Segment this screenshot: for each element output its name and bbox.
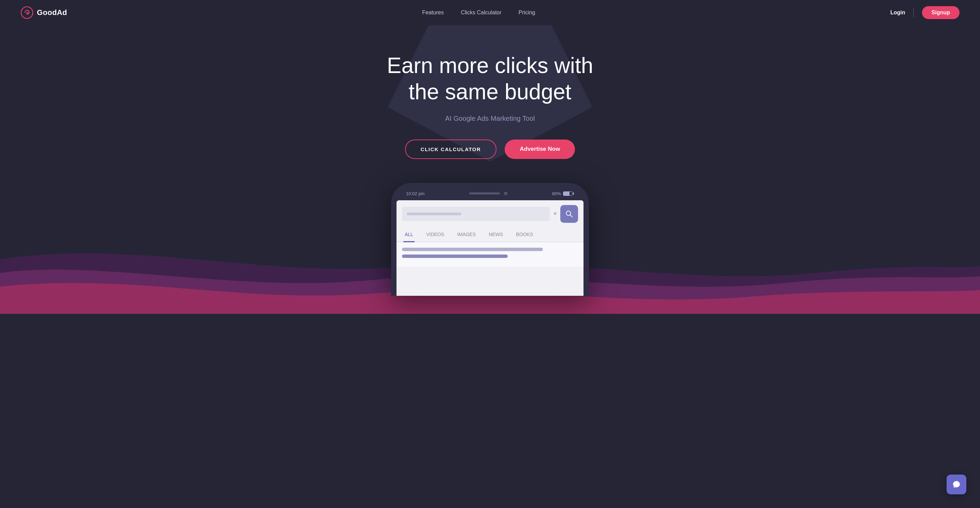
phone-notch [469, 192, 508, 195]
phone-outer: 10:02 pm 80% [391, 183, 589, 296]
chat-button[interactable] [947, 475, 966, 494]
tab-books[interactable]: BOOKS [515, 227, 535, 241]
phone-notch-bar [469, 192, 500, 194]
nav-divider [913, 8, 914, 17]
phone-battery: 80% [552, 191, 574, 196]
hero-buttons: CLICK CALCULATOR Advertise Now [7, 140, 973, 159]
svg-line-2 [570, 215, 572, 217]
nav-features[interactable]: Features [422, 10, 444, 16]
content-line-1 [402, 248, 543, 251]
nav-pricing[interactable]: Pricing [519, 10, 535, 16]
phone-notch-circle [504, 192, 508, 195]
search-button[interactable] [560, 205, 578, 223]
logo[interactable]: GoodAd [21, 6, 67, 19]
hero-subtitle: AI Google Ads Marketing Tool [7, 114, 973, 122]
navbar: GoodAd Features Clicks Calculator Pricin… [0, 0, 980, 25]
content-line-2 [402, 254, 508, 258]
screen-search-bar: × [396, 200, 584, 227]
phone-time: 10:02 pm [406, 191, 425, 196]
phone-screen: × ALL VIDEOS IMAGES NEWS BOOKS [396, 200, 584, 296]
tab-news[interactable]: NEWS [487, 227, 504, 241]
nav-clicks-calculator[interactable]: Clicks Calculator [461, 10, 501, 16]
battery-percent: 80% [552, 191, 561, 196]
nav-links: Features Clicks Calculator Pricing [422, 10, 535, 16]
chat-icon [952, 480, 961, 489]
logo-icon [21, 6, 33, 19]
hero-title: Earn more clicks with the same budget [353, 52, 627, 105]
screen-search-input[interactable] [402, 207, 550, 221]
tab-videos[interactable]: VIDEOS [425, 227, 445, 241]
signup-button[interactable]: Signup [922, 6, 959, 19]
nav-right: Login Signup [890, 6, 959, 19]
phone-mockup: 10:02 pm 80% [7, 183, 973, 296]
click-calculator-button[interactable]: CLICK CALCULATOR [405, 140, 497, 159]
login-button[interactable]: Login [890, 10, 905, 16]
tab-all[interactable]: ALL [403, 227, 415, 242]
search-clear-icon[interactable]: × [553, 210, 557, 217]
tab-images[interactable]: IMAGES [456, 227, 477, 241]
search-icon [565, 210, 573, 217]
phone-top-bar: 10:02 pm 80% [396, 188, 584, 200]
battery-icon [563, 191, 574, 196]
screen-content [396, 242, 584, 267]
advertise-now-button[interactable]: Advertise Now [505, 140, 575, 159]
hero-section: Earn more clicks with the same budget AI… [0, 25, 980, 315]
logo-text: GoodAd [37, 8, 67, 17]
search-bar-placeholder [407, 213, 461, 215]
screen-tabs: ALL VIDEOS IMAGES NEWS BOOKS [396, 227, 584, 242]
